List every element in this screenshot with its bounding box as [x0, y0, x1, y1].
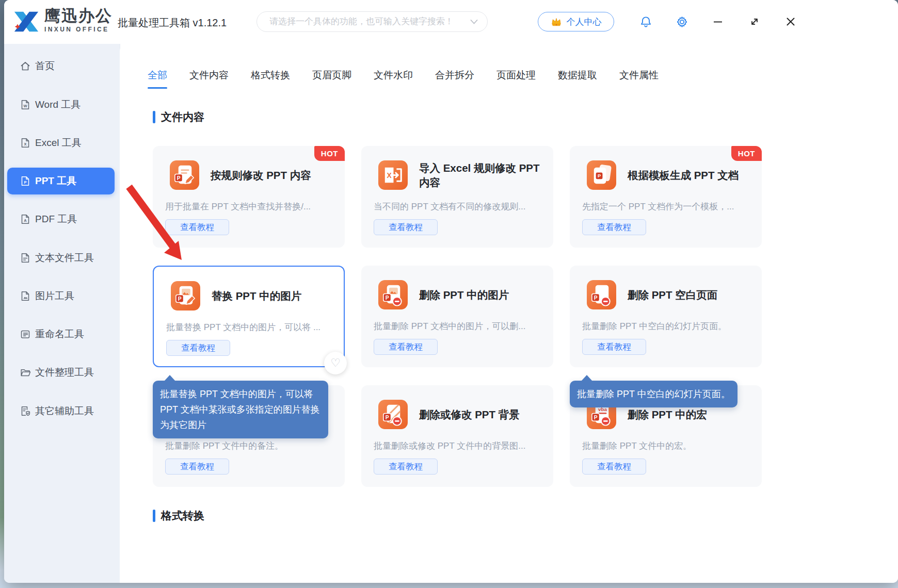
- user-center-button[interactable]: 个人中心: [538, 12, 614, 31]
- minimize-icon: [712, 16, 724, 27]
- brand-name-en: INXUN OFFICE: [44, 26, 113, 32]
- sidebar-item-label: 图片工具: [35, 289, 74, 303]
- sidebar-item-ppt-tools[interactable]: P PPT 工具: [7, 168, 115, 194]
- excel-doc-icon: X: [20, 137, 31, 149]
- section-title: 格式转换: [161, 509, 204, 523]
- view-tutorial-button[interactable]: 查看教程: [166, 340, 230, 356]
- minimize-button[interactable]: [708, 11, 728, 32]
- view-tutorial-button[interactable]: 查看教程: [374, 459, 438, 475]
- app-title: 批量处理工具箱 v1.12.1: [118, 16, 227, 30]
- sidebar-item-label: Excel 工具: [35, 136, 82, 150]
- image-doc-icon: [20, 290, 31, 302]
- ppt-blank-page-delete-icon: P: [587, 280, 616, 309]
- sidebar-item-pdf-tools[interactable]: A PDF 工具: [4, 207, 120, 232]
- home-icon: [20, 60, 31, 72]
- tooltip-delete-blank-pages: 批量删除 PPT 中空白的幻灯片页面。: [570, 381, 737, 407]
- user-center-label: 个人中心: [567, 16, 602, 28]
- function-search-box[interactable]: [256, 11, 488, 32]
- section-bar: [153, 111, 155, 123]
- tool-card-desc: 批量删除 PPT 文件中的宏。: [582, 440, 752, 452]
- rename-list-icon: [20, 329, 31, 340]
- tool-card-title: 替换 PPT 中的图片: [212, 267, 342, 325]
- tool-card-desc: 批量删除或修改 PPT 文件中的背景图...: [374, 440, 544, 452]
- sidebar-item-label: PPT 工具: [35, 174, 76, 188]
- svg-text:P: P: [598, 173, 601, 178]
- tool-card-desc: 先指定一个 PPT 文档作为一个模板，...: [582, 201, 752, 213]
- gear-icon: [676, 15, 688, 28]
- svg-text:A: A: [24, 218, 27, 223]
- view-tutorial-button[interactable]: 查看教程: [165, 459, 229, 475]
- settings-button[interactable]: [671, 11, 692, 32]
- ppt-content-edit-icon: P: [170, 160, 199, 190]
- maximize-button[interactable]: [744, 11, 765, 32]
- sidebar-item-word-tools[interactable]: W Word 工具: [4, 92, 120, 117]
- brand: 鹰迅办公 INXUN OFFICE: [44, 8, 113, 32]
- svg-text:P: P: [386, 295, 389, 301]
- sidebar-item-label: PDF 工具: [35, 213, 77, 226]
- svg-text:P: P: [24, 180, 26, 185]
- sidebar-item-other-aux-tools[interactable]: 其它辅助工具: [4, 399, 120, 423]
- sidebar-item-label: Word 工具: [35, 98, 81, 111]
- tab-page-process[interactable]: 页面处理: [496, 68, 536, 83]
- sidebar-item-label: 重命名工具: [35, 328, 84, 341]
- tool-card-title: 导入 Excel 规则修改 PPT 内容: [419, 146, 549, 205]
- view-tutorial-button[interactable]: 查看教程: [374, 219, 438, 235]
- tab-watermark[interactable]: 文件水印: [374, 68, 413, 83]
- notification-bell-button[interactable]: [635, 11, 656, 32]
- tool-card-title: 删除 PPT 空白页面: [628, 266, 758, 324]
- tab-data-extract[interactable]: 数据提取: [558, 68, 597, 83]
- view-tutorial-button[interactable]: 查看教程: [582, 219, 646, 235]
- svg-text:P: P: [177, 175, 181, 181]
- tool-card-generate-ppt-from-template[interactable]: HOT P 根据模板生成 PPT 文档 先指定一个 PPT 文档作为一个模板，.…: [570, 146, 762, 248]
- sidebar-item-label: 其它辅助工具: [35, 404, 94, 418]
- inxun-logo-icon: [12, 8, 40, 36]
- tab-header-footer[interactable]: 页眉页脚: [312, 68, 351, 83]
- text-doc-icon: [20, 252, 31, 264]
- category-tabs: 全部 文件内容 格式转换 页眉页脚 文件水印 合并拆分 页面处理 数据提取 文件…: [148, 68, 659, 83]
- tool-card-delete-ppt-images[interactable]: P 删除 PPT 中的图片 批量删除 PPT 文档中的图片，可以删... 查看教…: [361, 266, 553, 367]
- tool-card-desc: 用于批量在 PPT 文档中查找并替换/...: [165, 201, 335, 213]
- close-icon: [785, 16, 796, 27]
- tool-card-delete-blank-ppt-pages[interactable]: P 删除 PPT 空白页面 批量删除 PPT 中空白的幻灯片页面。 查看教程: [570, 266, 762, 367]
- tool-card-delete-modify-ppt-background[interactable]: P 删除或修改 PPT 背景 批量删除或修改 PPT 文件中的背景图... 查看…: [361, 385, 553, 487]
- tool-card-modify-ppt-content[interactable]: HOT P 按规则修改 PPT 内容 用于批量在 PPT 文档中查找并替换/..…: [153, 146, 345, 248]
- tool-card-import-excel-modify-ppt[interactable]: X 导入 Excel 规则修改 PPT 内容 当不同的 PPT 文档有不同的修改…: [361, 146, 553, 248]
- brand-name-cn: 鹰迅办公: [44, 8, 113, 24]
- view-tutorial-button[interactable]: 查看教程: [582, 339, 646, 355]
- sidebar-item-label: 文本文件工具: [35, 251, 94, 265]
- word-doc-icon: W: [20, 99, 31, 110]
- view-tutorial-button[interactable]: 查看教程: [582, 459, 646, 475]
- resize-icon: [749, 16, 760, 27]
- svg-text:X: X: [24, 142, 26, 146]
- tool-card-desc: 当不同的 PPT 文档有不同的修改规则...: [374, 201, 544, 213]
- ppt-image-replace-icon: P: [171, 281, 200, 311]
- chevron-down-icon[interactable]: [470, 20, 478, 24]
- pdf-doc-icon: A: [20, 214, 31, 225]
- tool-card-replace-ppt-images[interactable]: P 替换 PPT 中的图片 批量替换 PPT 文档中的图片，可以将 ... 查看…: [153, 266, 345, 367]
- sidebar-item-file-organize-tools[interactable]: 文件整理工具: [4, 360, 120, 385]
- sidebar: 首页 W Word 工具 X Excel 工具 P PPT 工具 A PDF 工…: [4, 44, 120, 583]
- close-button[interactable]: [780, 11, 801, 32]
- search-input[interactable]: [268, 16, 470, 27]
- excel-rule-import-icon: X: [378, 160, 408, 190]
- folder-open-icon: [20, 367, 31, 378]
- tool-card-title: 根据模板生成 PPT 文档: [628, 146, 758, 205]
- tool-card-desc: 批量删除 PPT 文件中的备注。: [165, 440, 335, 452]
- app-window: 鹰迅办公 INXUN OFFICE 批量处理工具箱 v1.12.1 个人中心: [4, 0, 898, 583]
- favorite-heart-button[interactable]: ♡: [324, 352, 347, 374]
- sidebar-item-excel-tools[interactable]: X Excel 工具: [4, 130, 120, 155]
- tab-file-property[interactable]: 文件属性: [619, 68, 659, 83]
- tool-card-title: 删除或修改 PPT 背景: [419, 385, 549, 444]
- sidebar-item-image-tools[interactable]: 图片工具: [4, 284, 120, 308]
- view-tutorial-button[interactable]: 查看教程: [165, 219, 229, 235]
- tab-all[interactable]: 全部: [148, 68, 167, 83]
- tab-file-content[interactable]: 文件内容: [189, 68, 229, 83]
- sidebar-item-rename-tools[interactable]: 重命名工具: [4, 322, 120, 347]
- sidebar-item-home[interactable]: 首页: [4, 54, 120, 78]
- tooltip-replace-ppt-images: 批量替换 PPT 文档中的图片，可以将 PPT 文档中某张或多张指定的图片替换为…: [153, 381, 328, 438]
- view-tutorial-button[interactable]: 查看教程: [374, 339, 438, 355]
- tab-merge-split[interactable]: 合并拆分: [435, 68, 474, 83]
- tool-card-desc: 批量删除 PPT 文档中的图片，可以删...: [374, 320, 544, 332]
- tab-format-convert[interactable]: 格式转换: [251, 68, 290, 83]
- sidebar-item-text-file-tools[interactable]: 文本文件工具: [4, 246, 120, 270]
